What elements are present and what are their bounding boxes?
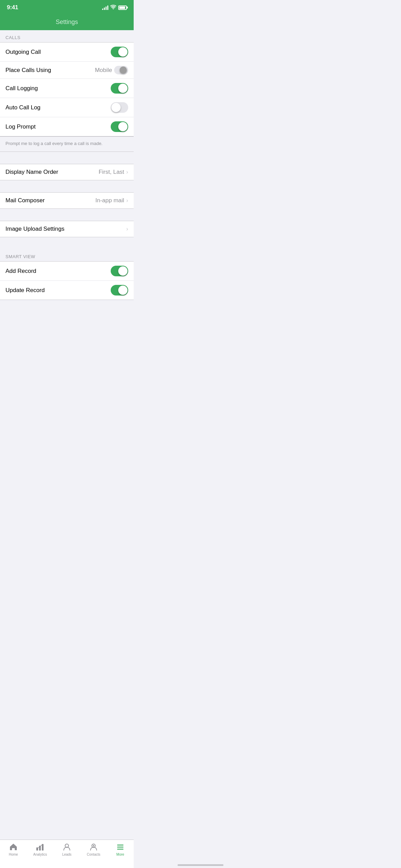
update-record-toggle[interactable]: [111, 285, 128, 296]
image-upload-settings-item[interactable]: Image Upload Settings ›: [0, 221, 134, 237]
spacer-4: [0, 237, 134, 249]
place-calls-using-toggle[interactable]: [114, 66, 128, 74]
add-record-label: Add Record: [5, 268, 36, 275]
log-prompt-label: Log Prompt: [5, 123, 36, 130]
status-bar: 9:41: [0, 0, 134, 15]
spacer-1: [0, 152, 134, 164]
auto-call-log-label: Auto Call Log: [5, 104, 40, 111]
mail-composer-list: Mail Composer In-app mail ›: [0, 192, 134, 209]
spacer-3: [0, 209, 134, 221]
log-prompt-toggle[interactable]: [111, 121, 128, 132]
page-title: Settings: [56, 19, 78, 26]
spacer-2: [0, 180, 134, 192]
display-name-order-text: First, Last: [99, 169, 124, 176]
call-logging-toggle[interactable]: [111, 83, 128, 94]
calls-section-header: CALLS: [0, 30, 134, 42]
chevron-icon: ›: [126, 169, 128, 176]
calls-settings-list: Outgoing Call Place Calls Using Mobile C…: [0, 42, 134, 136]
mail-composer-item[interactable]: Mail Composer In-app mail ›: [0, 193, 134, 208]
add-record-toggle[interactable]: [111, 266, 128, 276]
image-upload-settings-value: ›: [126, 226, 128, 232]
status-time: 9:41: [7, 4, 18, 11]
status-icons: [102, 5, 127, 10]
mail-composer-label: Mail Composer: [5, 197, 45, 204]
log-prompt-description: Prompt me to log a call every time a cal…: [0, 136, 134, 152]
display-name-order-item[interactable]: Display Name Order First, Last ›: [0, 164, 134, 180]
chevron-icon-3: ›: [126, 226, 128, 232]
display-name-order-value: First, Last ›: [99, 169, 128, 176]
log-prompt-item: Log Prompt: [0, 117, 134, 136]
place-calls-using-item: Place Calls Using Mobile: [0, 62, 134, 79]
mail-composer-value: In-app mail ›: [95, 197, 128, 204]
chevron-icon-2: ›: [126, 197, 128, 204]
place-calls-using-label: Place Calls Using: [5, 67, 51, 74]
call-logging-item: Call Logging: [0, 79, 134, 98]
display-name-list: Display Name Order First, Last ›: [0, 164, 134, 180]
settings-content: CALLS Outgoing Call Place Calls Using Mo…: [0, 30, 134, 328]
update-record-label: Update Record: [5, 287, 45, 294]
nav-bar: Settings: [0, 15, 134, 30]
add-record-item: Add Record: [0, 262, 134, 281]
image-upload-settings-label: Image Upload Settings: [5, 226, 64, 232]
smart-view-settings-list: Add Record Update Record: [0, 261, 134, 300]
place-calls-using-value: Mobile: [95, 66, 128, 74]
update-record-item: Update Record: [0, 281, 134, 300]
wifi-icon: [110, 5, 116, 10]
outgoing-call-item: Outgoing Call: [0, 43, 134, 62]
call-logging-label: Call Logging: [5, 85, 38, 92]
display-name-order-label: Display Name Order: [5, 169, 58, 176]
image-upload-list: Image Upload Settings ›: [0, 221, 134, 237]
signal-icon: [102, 5, 108, 10]
outgoing-call-label: Outgoing Call: [5, 49, 41, 56]
outgoing-call-toggle[interactable]: [111, 47, 128, 57]
auto-call-log-item: Auto Call Log: [0, 98, 134, 117]
smart-view-section-header: SMART VIEW: [0, 249, 134, 261]
place-calls-using-text: Mobile: [95, 67, 112, 74]
mail-composer-text: In-app mail: [95, 197, 124, 204]
auto-call-log-toggle[interactable]: [111, 102, 128, 113]
battery-icon: [118, 5, 127, 10]
